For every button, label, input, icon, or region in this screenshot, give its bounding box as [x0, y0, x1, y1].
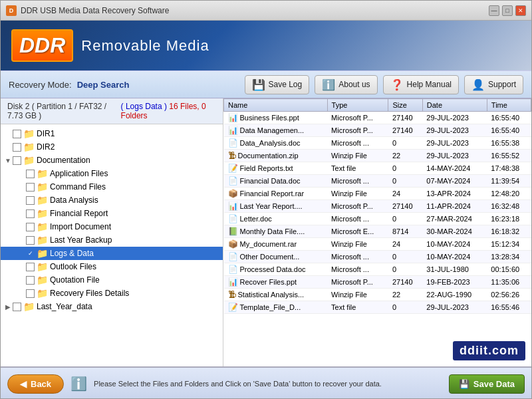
files-table: Name Type Size Date Time 📊Business Files… — [223, 98, 531, 314]
folder-icon-dir1: 📁 — [23, 128, 35, 139]
file-icon: 📦 — [228, 189, 238, 198]
file-size: 27140 — [388, 112, 422, 124]
watermark: ddiit.com — [453, 341, 525, 360]
table-row[interactable]: 📦My_document.rarWinzip File2410-MAY-2024… — [224, 238, 531, 251]
file-size: 0 — [388, 213, 422, 225]
table-row[interactable]: 📄Other Document...Microsoft ...010-MAY-2… — [224, 251, 531, 263]
tree-item-import-doc[interactable]: 📁Import Document — [1, 220, 223, 233]
back-button[interactable]: ◀ Back — [7, 374, 64, 394]
checkbox-financial-report[interactable] — [26, 209, 35, 218]
support-button[interactable]: 👤 Support — [464, 75, 523, 94]
tree-item-recovery-files[interactable]: 📁Recovery Files Details — [1, 287, 223, 300]
table-row[interactable]: 📄Letter.docMicrosoft ...027-MAR-202416:2… — [224, 213, 531, 225]
tree-label-data-analysis: Data Analysis — [50, 196, 98, 205]
checkbox-documentation[interactable] — [13, 156, 21, 165]
folder-icon-financial-report: 📁 — [37, 208, 48, 219]
table-row[interactable]: 📦Financial Report.rarWinzip File2413-APR… — [224, 188, 531, 200]
help-manual-button[interactable]: ❓ Help Manual — [383, 75, 459, 94]
expand-last-year-data[interactable]: ▶ — [3, 303, 13, 311]
table-row[interactable]: 🗜Statistical Analysis...Winzip File2222-… — [224, 289, 531, 301]
checkbox-dir1[interactable] — [13, 130, 21, 138]
app-subtitle: Removable Media — [81, 37, 209, 55]
checkbox-recovery-files[interactable] — [26, 289, 35, 298]
disk-info-bar: Disk 2 ( Partition 1 / FAT32 / 7.73 GB )… — [1, 98, 223, 124]
save-log-button[interactable]: 💾 Save Log — [245, 75, 310, 94]
close-button[interactable]: ✕ — [515, 5, 526, 16]
tree-item-financial-report[interactable]: 📁Financial Report — [1, 207, 223, 220]
table-row[interactable]: 📄Data_Analysis.docMicrosoft ...029-JUL-2… — [224, 137, 531, 150]
tree-item-cmd-files[interactable]: 📁Command Files — [1, 180, 223, 194]
table-row[interactable]: 📄Financial Data.docMicrosoft ...007-MAY-… — [224, 175, 531, 188]
file-time: 12:48:20 — [487, 188, 531, 200]
tree-item-outlook-files[interactable]: 📁Outlook Files — [1, 260, 223, 273]
window-controls: — □ ✕ — [489, 5, 526, 16]
logs-data-link[interactable]: ( Logs Data ) — [121, 102, 167, 111]
file-type: Microsoft P... — [327, 200, 388, 213]
tree-item-logs-data[interactable]: ✓📁Logs & Data — [1, 247, 223, 260]
checkbox-outlook-files[interactable] — [26, 263, 35, 271]
file-table: Name Type Size Date Time 📊Business Files… — [223, 98, 531, 366]
tree-item-quotation-file[interactable]: 📁Quotation File — [1, 273, 223, 287]
file-icon: 📝 — [228, 303, 238, 312]
file-time: 11:35:06 — [487, 276, 531, 289]
file-icon: 📄 — [228, 138, 238, 148]
file-date: 29-JUL-2023 — [422, 137, 487, 150]
file-date: 19-FEB-2023 — [422, 276, 487, 289]
tree-item-app-files[interactable]: 📁Application Files — [1, 167, 223, 180]
checkbox-cmd-files[interactable] — [26, 183, 35, 192]
file-icon: 📗 — [228, 227, 238, 236]
mode-value: Deep Search — [77, 80, 130, 90]
checkbox-quotation-file[interactable] — [26, 276, 35, 285]
table-row[interactable]: 📊Recover Files.pptMicrosoft P...2714019-… — [224, 276, 531, 289]
file-size: 0 — [388, 263, 422, 276]
checkbox-last-year-data[interactable] — [13, 303, 21, 311]
file-time: 16:55:40 — [487, 124, 531, 137]
ddr-logo: DDR — [11, 29, 73, 62]
tree-label-dir2: DIR2 — [37, 142, 55, 152]
disk-info-label: Disk 2 ( Partition 1 / FAT32 / 7.73 GB ) — [7, 102, 121, 120]
expand-documentation[interactable]: ▼ — [3, 157, 13, 164]
checkbox-last-year-backup[interactable] — [26, 236, 35, 245]
tree-item-last-year-data[interactable]: ▶📁Last_Year_data — [1, 300, 223, 313]
checkbox-logs-data[interactable]: ✓ — [26, 249, 35, 258]
about-us-button[interactable]: ℹ️ About us — [315, 75, 377, 94]
maximize-button[interactable]: □ — [502, 5, 513, 16]
minimize-button[interactable]: — — [489, 5, 499, 16]
checkbox-app-files[interactable] — [26, 170, 35, 178]
checkbox-dir2[interactable] — [13, 143, 21, 152]
file-type: Microsoft ... — [327, 263, 388, 276]
folder-icon-logs-data: 📁 — [37, 248, 48, 259]
checkbox-data-analysis[interactable] — [26, 196, 35, 205]
tree-label-quotation-file: Quotation File — [50, 275, 100, 285]
tree-item-dir2[interactable]: 📁DIR2 — [1, 140, 223, 154]
footer: ◀ Back ℹ️ Please Select the Files and Fo… — [1, 366, 531, 399]
table-row[interactable]: 📊Last Year Report....Microsoft P...27140… — [224, 200, 531, 213]
table-row[interactable]: 📝Template_File_D...Text file029-JUL-2023… — [224, 301, 531, 314]
tree-item-dir1[interactable]: 📁DIR1 — [1, 127, 223, 140]
file-name: 📦My_document.rar — [224, 238, 328, 251]
table-row[interactable]: 📊Business Files.pptMicrosoft P...2714029… — [224, 112, 531, 124]
checkbox-import-doc[interactable] — [26, 223, 35, 231]
file-icon: 📦 — [228, 239, 238, 249]
table-row[interactable]: 📝Field Reports.txtText file014-MAY-20241… — [224, 162, 531, 175]
tree-item-data-analysis[interactable]: 📁Data Analysis — [1, 194, 223, 207]
table-row[interactable]: 🗜Documentation.zipWinzip File2229-JUL-20… — [224, 150, 531, 162]
file-type: Winzip File — [327, 188, 388, 200]
tree-item-documentation[interactable]: ▼📁Documentation — [1, 154, 223, 167]
tree-label-logs-data: Logs & Data — [50, 249, 94, 258]
file-name: 📊Recover Files.ppt — [224, 276, 328, 289]
main-content: Disk 2 ( Partition 1 / FAT32 / 7.73 GB )… — [1, 98, 531, 366]
file-time: 00:15:60 — [487, 263, 531, 276]
table-row[interactable]: 📊Data Managemen...Microsoft P...2714029-… — [224, 124, 531, 137]
file-size: 0 — [388, 251, 422, 263]
tree-label-recovery-files: Recovery Files Details — [50, 289, 129, 298]
table-row[interactable]: 📗Monthly Data File....Microsoft E...8714… — [224, 225, 531, 238]
tree-item-last-year-backup[interactable]: 📁Last Year Backup — [1, 233, 223, 247]
header: DDR Removable Media — [1, 21, 531, 70]
footer-info-text: Please Select the Files and Folders and … — [94, 380, 442, 388]
file-icon: 📊 — [228, 126, 238, 135]
help-icon: ❓ — [390, 78, 404, 91]
table-row[interactable]: 📄Processed Data.docMicrosoft ...031-JUL-… — [224, 263, 531, 276]
save-data-button[interactable]: 💾 Save Data — [449, 374, 525, 394]
file-time: 16:55:40 — [487, 112, 531, 124]
